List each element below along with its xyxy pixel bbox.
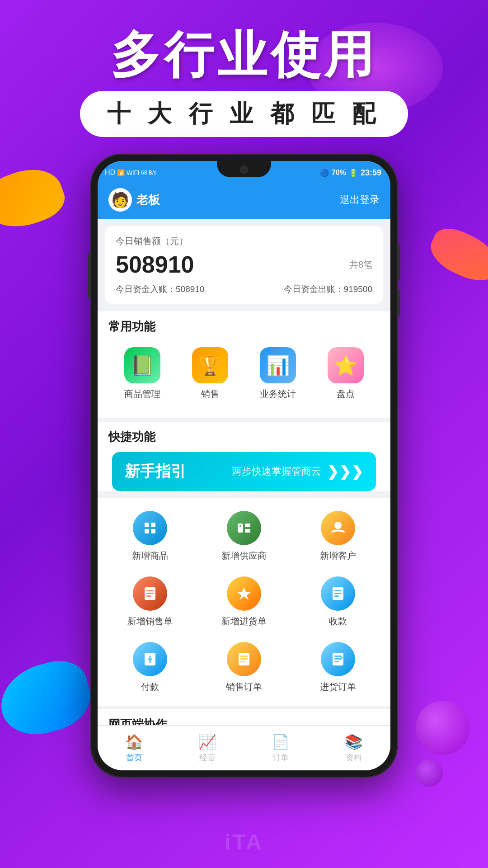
svg-marker-13 <box>237 587 251 600</box>
web-section-title: 网页端协作 <box>108 717 380 725</box>
quick-icon-grid: 新增商品 新增供应商 新增客户 <box>98 498 390 706</box>
svg-rect-6 <box>245 529 250 533</box>
svg-rect-7 <box>239 525 241 527</box>
func-icon-goods: 📗 <box>124 347 160 383</box>
svg-rect-23 <box>240 658 248 660</box>
app-scroll[interactable]: 今日销售额（元） 508910 共8笔 今日资金入账：508910 今日资金出账… <box>98 219 390 725</box>
common-functions-title: 常用功能 <box>108 319 380 340</box>
web-section: 网页端协作 <box>98 709 390 725</box>
svg-rect-16 <box>334 593 342 594</box>
bg-blob-purple-ball <box>416 701 470 755</box>
quick-item-sales-order[interactable]: 销售订单 <box>199 637 289 698</box>
quick-icon-new-supplier <box>227 511 261 545</box>
nav-label-home: 首页 <box>126 752 142 763</box>
nav-label-profile: 资料 <box>346 752 362 763</box>
sales-label: 今日销售额（元） <box>116 235 372 247</box>
svg-rect-0 <box>145 523 149 527</box>
sales-card: 今日销售额（元） 508910 共8笔 今日资金入账：508910 今日资金出账… <box>105 226 383 304</box>
status-hd: HD <box>105 169 115 177</box>
nav-item-management[interactable]: 📈 经营 <box>171 726 244 770</box>
func-icon-inventory: ⭐ <box>328 347 364 383</box>
quick-icon-payment <box>133 642 167 676</box>
bg-blob-orange <box>0 160 70 238</box>
guide-banner[interactable]: 新手指引 两步快速掌握管商云 ❯❯❯ <box>112 452 376 491</box>
quick-label-payment: 付款 <box>141 681 159 693</box>
sales-amount: 508910 <box>116 251 194 278</box>
quick-icon-new-sale <box>133 576 167 611</box>
phone-button-volume <box>88 253 90 298</box>
func-item-inventory[interactable]: ⭐ 盘点 <box>312 340 380 407</box>
nav-label-management: 经营 <box>199 752 216 763</box>
status-data: 68 B/s <box>141 170 156 176</box>
quick-item-purchase-order[interactable]: 进货订单 <box>293 637 383 698</box>
quick-item-new-purchase[interactable]: 新增进货单 <box>199 571 289 633</box>
nav-item-profile[interactable]: 📚 资料 <box>317 726 390 770</box>
nav-label-orders: 订单 <box>272 752 289 763</box>
phone-camera <box>240 165 248 174</box>
quick-icon-new-customer <box>321 511 355 545</box>
watermark: iTA <box>225 830 263 854</box>
status-wifi: WiFi <box>127 169 139 176</box>
func-label-inventory: 盘点 <box>337 388 355 400</box>
svg-rect-22 <box>240 656 248 657</box>
svg-rect-15 <box>334 590 342 591</box>
status-signal: 📶 <box>117 169 125 176</box>
guide-banner-container: 新手指引 两步快速掌握管商云 ❯❯❯ <box>98 445 390 491</box>
quick-label-purchase-order: 进货订单 <box>320 681 356 693</box>
func-item-goods[interactable]: 📗 商品管理 <box>108 340 176 407</box>
sales-income: 今日资金入账：508910 <box>116 283 204 295</box>
phone-notch <box>217 161 271 177</box>
nav-item-home[interactable]: 🏠 首页 <box>98 726 171 770</box>
func-label-sales: 销售 <box>201 388 219 400</box>
guide-desc: 两步快速掌握管商云 <box>232 465 321 478</box>
quick-functions-title: 快捷功能 <box>108 430 155 443</box>
func-item-stats[interactable]: 📊 业务统计 <box>244 340 312 407</box>
quick-item-new-goods[interactable]: 新增商品 <box>105 505 195 567</box>
quick-icon-receipt <box>321 576 355 611</box>
quick-item-new-supplier[interactable]: 新增供应商 <box>199 505 289 567</box>
phone-button-power <box>398 244 400 280</box>
phone-outer: HD 📶 WiFi 68 B/s 🔵 70% 🔋 23:59 🧑 <box>90 154 398 778</box>
common-functions-grid: 📗 商品管理 🏆 销售 📊 业务统计 ⭐ <box>108 340 380 407</box>
nav-icon-profile: 📚 <box>345 733 363 750</box>
quick-title-container: 快捷功能 <box>98 422 390 445</box>
func-icon-sales: 🏆 <box>192 347 228 383</box>
app-header: 🧑 老板 退出登录 <box>98 184 390 219</box>
svg-rect-17 <box>334 595 339 597</box>
svg-rect-28 <box>334 658 342 660</box>
guide-arrows: ❯❯❯ <box>327 463 363 480</box>
svg-point-8 <box>334 522 342 529</box>
nav-item-orders[interactable]: 📄 订单 <box>244 726 317 770</box>
svg-rect-5 <box>245 524 250 527</box>
header-left: 🧑 老板 <box>108 188 160 212</box>
quick-item-new-sale[interactable]: 新增销售单 <box>105 571 195 633</box>
nav-icon-home: 🏠 <box>125 733 143 750</box>
guide-right: 两步快速掌握管商云 ❯❯❯ <box>232 463 363 480</box>
svg-rect-10 <box>146 590 154 591</box>
quick-item-receipt[interactable]: 收款 <box>293 571 383 633</box>
phone-button-volume-down <box>398 289 400 316</box>
quick-icon-new-goods <box>133 511 167 545</box>
logout-button[interactable]: 退出登录 <box>340 193 380 207</box>
sales-expense: 今日资金出账：919500 <box>284 283 372 295</box>
status-bluetooth: 🔵 <box>320 169 329 177</box>
svg-rect-24 <box>240 661 245 662</box>
svg-rect-2 <box>145 529 149 533</box>
top-section: 多行业使用 十 大 行 业 都 匹 配 <box>0 27 488 137</box>
svg-rect-11 <box>146 593 154 594</box>
avatar-icon: 🧑 <box>111 191 129 208</box>
guide-title: 新手指引 <box>125 461 186 482</box>
quick-item-payment[interactable]: 付款 <box>105 637 195 698</box>
svg-rect-12 <box>146 595 151 597</box>
quick-label-new-supplier: 新增供应商 <box>221 550 267 562</box>
quick-item-new-customer[interactable]: 新增客户 <box>293 505 383 567</box>
nav-icon-management: 📈 <box>198 733 216 750</box>
func-item-sales[interactable]: 🏆 销售 <box>176 340 244 407</box>
status-left: HD 📶 WiFi 68 B/s <box>105 169 156 177</box>
subtitle-pill: 十 大 行 业 都 匹 配 <box>80 91 408 137</box>
func-label-goods: 商品管理 <box>124 388 160 400</box>
common-functions-card: 常用功能 📗 商品管理 🏆 销售 📊 业务统计 <box>98 311 390 418</box>
bg-blob-pink <box>424 222 488 289</box>
bottom-nav: 🏠 首页 📈 经营 📄 订单 📚 资料 <box>98 725 390 770</box>
quick-label-new-purchase: 新增进货单 <box>221 615 267 627</box>
